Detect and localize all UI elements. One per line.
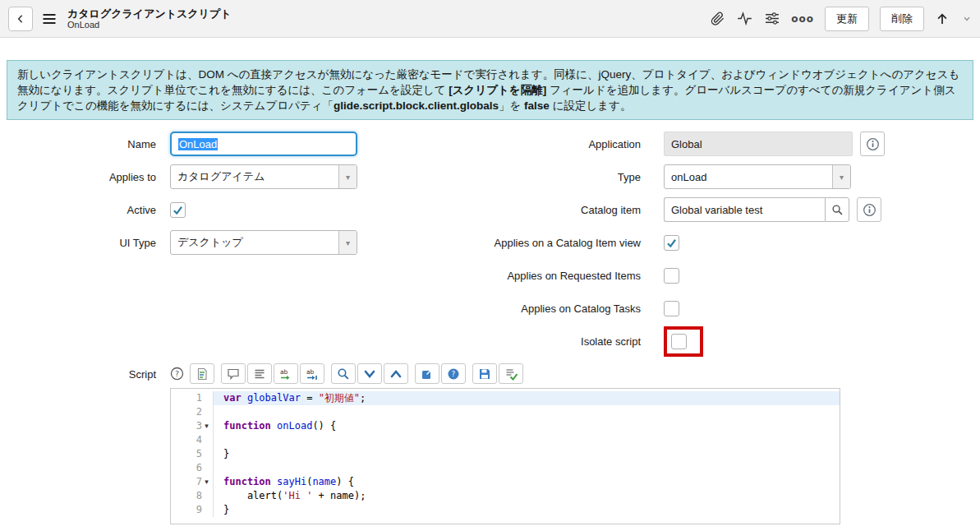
line-number-gutter: 3▾	[171, 419, 214, 433]
active-checkbox[interactable]	[170, 202, 186, 218]
applies-to-select[interactable]: カタログアイテム ▾	[170, 164, 357, 189]
code-line[interactable]: 9}	[171, 503, 840, 517]
script-code-editor[interactable]: 1var globalVar = "初期値";23▾function onLoa…	[170, 388, 840, 524]
text-lines-icon	[253, 367, 266, 381]
catalog-item-info-button[interactable]	[857, 197, 881, 222]
svg-text:ab: ab	[306, 368, 315, 376]
name-label: Name	[0, 138, 170, 150]
code-line[interactable]: 8 alert('Hi ' + name);	[171, 489, 840, 503]
applies-to-label: Applies to	[0, 171, 170, 183]
arrow-up-icon	[935, 12, 950, 26]
record-title-block: カタログクライアントスクリプト OnLoad	[67, 7, 232, 30]
search-code-button[interactable]	[331, 363, 356, 384]
help-circle-icon: ?	[170, 367, 184, 381]
page-subtitle: OnLoad	[67, 20, 232, 30]
field-row-type: Type onLoad ▾	[435, 164, 980, 189]
delete-button[interactable]: 削除	[880, 7, 924, 31]
editor-help-button[interactable]: ?	[441, 363, 466, 384]
chevron-left-icon	[14, 12, 27, 25]
back-button[interactable]	[8, 7, 33, 31]
script-help-button[interactable]: ?	[170, 367, 184, 381]
code-line-text[interactable]	[214, 433, 840, 447]
field-row-ui-type: UI Type デスクトップ ▾	[0, 230, 435, 255]
search-icon	[831, 204, 844, 216]
code-lines: 1var globalVar = "初期値";23▾function onLoa…	[171, 391, 840, 517]
code-line[interactable]: 3▾function onLoad() {	[171, 419, 840, 433]
field-row-isolate-script: Isolate script	[435, 329, 980, 353]
catalog-item-value: Global variable test	[671, 204, 762, 216]
name-input[interactable]: OnLoad	[170, 132, 357, 156]
hamburger-icon	[41, 11, 58, 27]
attachment-button[interactable]	[710, 11, 725, 26]
code-line-text[interactable]: function sayHi(name) {	[214, 475, 840, 489]
code-line[interactable]: 2	[171, 405, 840, 419]
page-title: カタログクライアントスクリプト	[67, 7, 232, 20]
code-line[interactable]: 6	[171, 461, 840, 475]
replace-button[interactable]: ab	[274, 363, 298, 384]
svg-text:?: ?	[452, 370, 456, 378]
code-line[interactable]: 1var globalVar = "初期値";	[171, 391, 840, 405]
info-circle-icon	[866, 137, 880, 151]
code-line-text[interactable]	[214, 405, 840, 419]
code-line-text[interactable]: }	[214, 503, 840, 517]
find-next-button[interactable]	[357, 363, 382, 384]
field-row-application: Application Global	[435, 132, 980, 156]
scroll-to-top-button[interactable]	[935, 12, 950, 26]
code-line-text[interactable]: alert('Hi ' + name);	[214, 489, 840, 503]
popout-icon	[421, 367, 434, 381]
comment-bubble-icon	[227, 367, 240, 381]
red-highlight-annotation	[664, 326, 703, 357]
code-line-text[interactable]: }	[214, 447, 840, 461]
script-section: Script ?	[0, 363, 980, 524]
fold-arrow-icon[interactable]: ▾	[202, 419, 211, 433]
info-circle-icon	[863, 203, 876, 217]
update-button[interactable]: 更新	[825, 7, 869, 31]
line-number-gutter: 5	[171, 447, 214, 461]
activity-stream-button[interactable]	[736, 11, 753, 26]
help-circle-icon: ?	[447, 367, 460, 381]
field-row-applies-to: Applies to カタログアイテム ▾	[0, 164, 435, 189]
code-line-text[interactable]: var globalVar = "初期値";	[214, 391, 840, 405]
chevron-up-icon	[389, 367, 403, 381]
header-bar: カタログクライアントスクリプト OnLoad ooo 更新 削除	[0, 0, 980, 38]
line-number-gutter: 7▾	[171, 475, 214, 489]
fold-arrow-icon[interactable]: ▾	[202, 475, 211, 489]
code-line-text[interactable]	[214, 461, 840, 475]
isolate-script-checkbox[interactable]	[671, 334, 687, 349]
toggle-syntax-highlight-button[interactable]	[190, 363, 214, 384]
more-options-button[interactable]: ooo	[791, 13, 814, 25]
field-row-applies-catalog-tasks: Applies on Catalog Tasks	[435, 296, 980, 321]
open-in-window-button[interactable]	[415, 363, 439, 384]
type-select[interactable]: onLoad ▾	[664, 164, 851, 189]
script-check-icon	[504, 367, 518, 381]
code-line[interactable]: 4	[171, 433, 840, 447]
personalize-form-button[interactable]	[764, 11, 780, 26]
line-number-gutter: 1	[171, 391, 214, 405]
find-previous-button[interactable]	[384, 363, 408, 384]
info-message-banner: 新しいクライアントスクリプトは、DOM への直接アクセスが無効になった厳密なモー…	[7, 60, 973, 120]
ui-type-value: デスクトップ	[177, 235, 243, 250]
applies-catalog-item-view-checkbox[interactable]	[664, 235, 679, 251]
application-label: Application	[435, 138, 664, 150]
code-line[interactable]: 5}	[171, 447, 840, 461]
context-menu-button[interactable]	[41, 11, 58, 27]
validate-script-button[interactable]	[499, 363, 523, 384]
isolate-script-label: Isolate script	[435, 335, 664, 348]
header-collapse-button[interactable]	[962, 14, 972, 24]
catalog-item-lookup-button[interactable]	[825, 197, 849, 222]
applies-catalog-tasks-checkbox[interactable]	[664, 301, 679, 316]
ui-type-select[interactable]: デスクトップ ▾	[170, 230, 357, 255]
code-line[interactable]: 7▾function sayHi(name) {	[171, 475, 840, 489]
script-label: Script	[0, 363, 170, 524]
replace-all-button[interactable]: ab	[300, 363, 324, 384]
format-document-button[interactable]	[247, 363, 272, 384]
catalog-item-input[interactable]: Global variable test	[664, 197, 825, 222]
save-script-button[interactable]	[472, 363, 497, 384]
comment-code-button[interactable]	[221, 363, 246, 384]
code-line-text[interactable]: function onLoad() {	[214, 419, 840, 433]
applies-requested-items-checkbox[interactable]	[664, 268, 679, 284]
activity-waveform-icon	[736, 11, 753, 26]
field-row-applies-requested-items: Applies on Requested Items	[435, 263, 980, 288]
line-number-gutter: 4	[171, 433, 214, 447]
application-info-button[interactable]	[860, 132, 885, 156]
